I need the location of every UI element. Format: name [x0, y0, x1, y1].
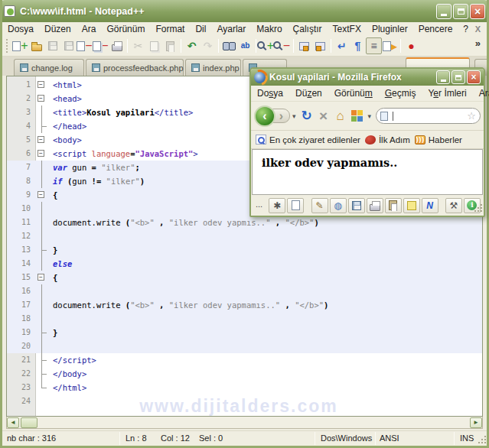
scrollbar-thumb[interactable]: [21, 417, 37, 428]
show-all-chars-button[interactable]: ¶: [350, 37, 366, 54]
toolbar-overflow-chevron[interactable]: »: [475, 37, 487, 55]
fold-margin[interactable]: [36, 243, 49, 257]
tools-button[interactable]: ⚒: [445, 198, 462, 213]
zoom-out-button[interactable]: −: [275, 37, 291, 54]
grid-dropdown-button[interactable]: ▾: [366, 112, 374, 120]
open-file-button[interactable]: [28, 37, 44, 54]
refresh-button[interactable]: ↻: [298, 107, 315, 125]
menu-item-çalıştır[interactable]: Çalıştır: [288, 23, 328, 35]
menu-item-görünüm[interactable]: Görünüm: [101, 23, 150, 35]
menu-item-yer i̇mleri[interactable]: Yer İmleri: [422, 88, 472, 99]
sync-scroll-h-button[interactable]: [312, 37, 328, 54]
save-button[interactable]: [44, 37, 60, 54]
fold-margin[interactable]: [36, 174, 49, 188]
firefox-resize-grip[interactable]: [473, 204, 482, 213]
minimize-button[interactable]: [436, 4, 452, 19]
note-button[interactable]: [403, 198, 420, 213]
maximize-button[interactable]: [452, 70, 465, 84]
fold-margin[interactable]: [36, 298, 49, 312]
menu-item-düzen[interactable]: Düzen: [289, 88, 328, 99]
new-file-button[interactable]: +: [12, 37, 28, 54]
resize-grip[interactable]: [477, 436, 486, 445]
fold-margin[interactable]: −: [36, 147, 49, 161]
fold-margin[interactable]: −: [36, 188, 49, 202]
menu-item-geçmiş[interactable]: Geçmiş: [379, 88, 422, 99]
bookmark-feed[interactable]: )))Haberler: [415, 135, 462, 144]
menu-item-dosya[interactable]: Dosya: [2, 23, 39, 35]
fold-collapse-icon[interactable]: −: [37, 274, 44, 281]
doc-switcher-button[interactable]: ▸: [382, 37, 398, 54]
horizontal-scrollbar[interactable]: ◄ ►: [6, 417, 483, 429]
fold-margin[interactable]: [36, 161, 49, 174]
save-button[interactable]: [348, 198, 365, 213]
fold-margin[interactable]: [36, 257, 49, 271]
menu-item-dosya[interactable]: Dosya: [251, 88, 289, 99]
undo-button[interactable]: ↶: [184, 37, 200, 54]
menu-close-doc-button[interactable]: X: [475, 24, 487, 34]
menu-item-araçla[interactable]: Araçla: [473, 88, 489, 99]
fold-collapse-icon[interactable]: −: [37, 81, 44, 88]
record-macro-button[interactable]: ●: [403, 37, 419, 54]
menu-item-format[interactable]: Format: [150, 23, 190, 35]
pencil-button[interactable]: ✎: [311, 198, 328, 213]
print-button[interactable]: [109, 37, 125, 54]
fold-margin[interactable]: [36, 202, 49, 216]
fold-collapse-icon[interactable]: −: [37, 95, 44, 102]
bookmark-mozilla[interactable]: İlk Adım: [365, 135, 410, 144]
close-button[interactable]: ×: [467, 70, 481, 84]
firefox-titlebar[interactable]: Kosul yapilari - Mozilla Firefox ×: [251, 69, 484, 86]
copy-button[interactable]: [146, 37, 162, 54]
stop-button[interactable]: ×: [315, 107, 332, 125]
word-wrap-button[interactable]: ↵: [334, 37, 350, 54]
tab-index.php[interactable]: index.php: [185, 59, 241, 76]
bookmark-star-icon[interactable]: ☆: [467, 110, 476, 122]
scroll-right-arrow[interactable]: ►: [470, 417, 482, 428]
clipboard-button[interactable]: [385, 198, 402, 213]
menu-item-düzen[interactable]: Düzen: [39, 23, 77, 35]
fold-margin[interactable]: [36, 229, 49, 243]
firefox-page-content[interactable]: ilker odev yapmamıs..: [252, 149, 483, 195]
cut-button[interactable]: ✂: [130, 37, 146, 54]
close-all-button[interactable]: −: [93, 37, 109, 54]
find-button[interactable]: [221, 37, 237, 54]
close-button[interactable]: ×: [470, 4, 485, 19]
fold-collapse-icon[interactable]: −: [37, 150, 44, 157]
menu-item-ara[interactable]: Ara: [77, 23, 102, 35]
fold-margin[interactable]: −: [36, 92, 49, 106]
paste-button[interactable]: [162, 37, 178, 54]
fold-margin[interactable]: [36, 394, 49, 408]
replace-button[interactable]: ab: [237, 37, 253, 54]
home-button[interactable]: ⌂: [332, 107, 349, 125]
fold-margin[interactable]: −: [36, 271, 49, 284]
menu-item-?[interactable]: ?: [458, 23, 474, 35]
fold-margin[interactable]: [36, 119, 49, 133]
page-button[interactable]: [287, 198, 304, 213]
indent-guide-button[interactable]: ≡: [366, 37, 382, 54]
fold-margin[interactable]: [36, 381, 49, 394]
redo-button[interactable]: ↷: [200, 37, 216, 54]
fold-margin[interactable]: [36, 339, 49, 353]
fold-margin[interactable]: [36, 353, 49, 367]
scroll-left-arrow[interactable]: ◄: [7, 417, 19, 428]
lightning-button[interactable]: N: [422, 198, 438, 213]
fold-margin[interactable]: [36, 284, 49, 298]
fold-margin[interactable]: −: [36, 133, 49, 147]
globe-button[interactable]: ◍: [330, 198, 347, 213]
maximize-button[interactable]: [453, 4, 468, 19]
fold-collapse-icon[interactable]: −: [37, 136, 44, 143]
address-bar[interactable]: ☆: [376, 108, 481, 124]
nav-dropdown-button[interactable]: ▾: [290, 112, 298, 120]
fold-margin[interactable]: −: [36, 78, 49, 92]
zoom-in-button[interactable]: +: [259, 37, 275, 54]
fold-margin[interactable]: [36, 312, 49, 326]
save-all-button[interactable]: [60, 37, 77, 54]
sync-scroll-v-button[interactable]: [296, 37, 312, 54]
menu-item-pluginler[interactable]: Pluginler: [367, 23, 413, 35]
quick-grid-button[interactable]: [349, 107, 366, 125]
minimize-button[interactable]: [436, 70, 450, 84]
firebug-button[interactable]: ✱: [269, 198, 285, 213]
close-button[interactable]: −: [77, 37, 93, 54]
menu-item-ayarlar[interactable]: Ayarlar: [211, 23, 251, 35]
bookmark-search[interactable]: En çok ziyaret edilenler: [256, 135, 360, 144]
tab-processfeedback.php[interactable]: processfeedback.php: [86, 59, 184, 76]
